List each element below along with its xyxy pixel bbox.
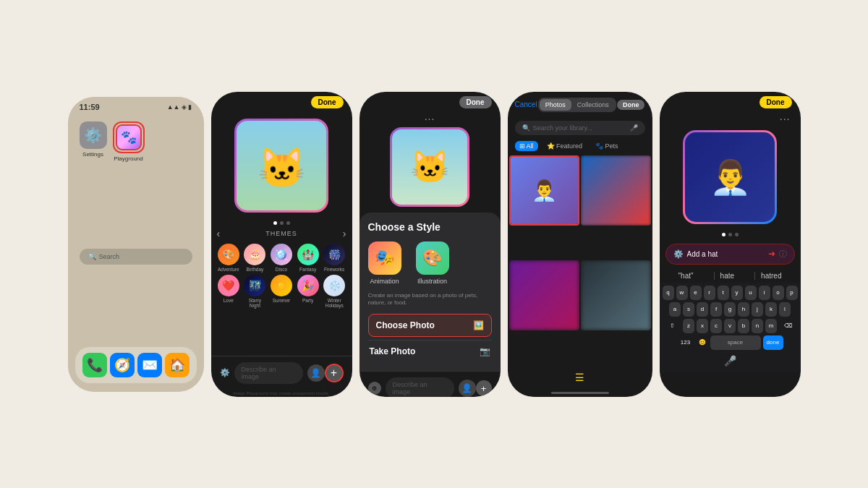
key-d[interactable]: d bbox=[697, 302, 708, 317]
person-icon-btn[interactable]: 👤 bbox=[307, 364, 325, 382]
photo-thumb-2[interactable] bbox=[581, 155, 651, 226]
done-button-3[interactable]: Done bbox=[459, 96, 492, 108]
search-library-placeholder: Search your library... bbox=[533, 124, 592, 132]
photos-tab[interactable]: Photos bbox=[540, 99, 571, 111]
theme-birthday[interactable]: 🎂 Birthday bbox=[243, 244, 267, 272]
key-c[interactable]: c bbox=[710, 319, 722, 333]
screen3-style: Done ··· 🐱 Choose a Style 🎭 Animation 🎨 … bbox=[359, 92, 501, 397]
key-s[interactable]: s bbox=[683, 302, 694, 317]
done-button-4[interactable]: Done bbox=[617, 100, 645, 110]
add-button[interactable]: + bbox=[325, 364, 344, 382]
done-button-2[interactable]: Done bbox=[311, 96, 344, 108]
photo-thumb-3[interactable] bbox=[509, 260, 579, 330]
home-dock-icon[interactable]: 🏠 bbox=[165, 353, 190, 377]
themes-label: THEMES bbox=[220, 230, 343, 237]
key-q[interactable]: q bbox=[663, 286, 674, 300]
filter-tabs: ⊞ All ⭐ Featured 🐾 Pets bbox=[508, 138, 652, 154]
key-x[interactable]: x bbox=[697, 319, 708, 333]
photo-thumb-1[interactable]: 👨‍💼 bbox=[509, 155, 579, 226]
phone-dock-icon[interactable]: 📞 bbox=[82, 353, 107, 377]
autocomplete-3[interactable]: hatred bbox=[754, 272, 787, 280]
cat-image-3: 🐱 bbox=[392, 129, 467, 205]
search-library[interactable]: 🔍 Search your library... 🎤 bbox=[515, 121, 645, 135]
key-r[interactable]: r bbox=[704, 286, 715, 300]
filter-all[interactable]: ⊞ All bbox=[515, 141, 538, 151]
done-button-5[interactable]: Done bbox=[760, 96, 792, 108]
collections-tab[interactable]: Collections bbox=[571, 99, 615, 111]
key-p[interactable]: p bbox=[786, 286, 798, 300]
settings-app-icon[interactable]: ⚙️ Settings bbox=[80, 121, 107, 162]
key-o[interactable]: o bbox=[773, 286, 784, 300]
choose-photo-option[interactable]: Choose Photo 🖼️ bbox=[368, 314, 492, 337]
theme-fantasy[interactable]: 🏰 Fantasy bbox=[296, 244, 320, 272]
key-h[interactable]: h bbox=[738, 302, 749, 317]
dot-5-1 bbox=[722, 233, 726, 236]
key-z[interactable]: z bbox=[683, 319, 694, 333]
key-k[interactable]: k bbox=[765, 302, 777, 317]
theme-winter[interactable]: ❄️ Winter Holidays bbox=[323, 275, 346, 308]
filter-pets[interactable]: 🐾 Pets bbox=[591, 141, 623, 151]
animation-style[interactable]: 🎭 Animation bbox=[368, 241, 401, 285]
key-g[interactable]: g bbox=[724, 302, 736, 317]
key-t[interactable]: t bbox=[718, 286, 729, 300]
screen2-themes: Done 🐱 ‹ THEMES › � bbox=[211, 92, 352, 397]
screen5-header: Done bbox=[660, 92, 801, 113]
filter-icon[interactable]: ☰ bbox=[575, 372, 584, 383]
key-e[interactable]: e bbox=[690, 286, 702, 300]
gear-icon[interactable]: ⚙️ bbox=[220, 368, 230, 377]
keyboard-mic-icon[interactable]: 🎤 bbox=[724, 355, 736, 367]
cancel-button[interactable]: Cancel bbox=[515, 100, 537, 108]
blurred-photo-4 bbox=[581, 260, 651, 330]
key-v[interactable]: v bbox=[724, 319, 736, 333]
key-done[interactable]: done bbox=[763, 335, 783, 350]
filter-featured[interactable]: ⭐ Featured bbox=[542, 141, 587, 151]
illustration-style[interactable]: 🎨 Illustration bbox=[416, 241, 449, 285]
key-j[interactable]: j bbox=[752, 302, 763, 317]
key-y[interactable]: y bbox=[731, 286, 743, 300]
key-i[interactable]: i bbox=[759, 286, 770, 300]
key-f[interactable]: f bbox=[710, 302, 722, 317]
playground-app-icon[interactable]: 🐾 Playground bbox=[113, 121, 145, 162]
theme-summer[interactable]: ☀️ Summer bbox=[270, 275, 294, 308]
themes-next[interactable]: › bbox=[343, 228, 346, 239]
three-dots-5[interactable]: ··· bbox=[660, 113, 801, 124]
search-bar[interactable]: 🔍 Search bbox=[80, 249, 192, 265]
key-n[interactable]: n bbox=[752, 319, 763, 333]
theme-love[interactable]: ❤️ Love bbox=[217, 275, 241, 308]
hat-input-row[interactable]: ⚙️ Add a hat ➜ ⓘ bbox=[665, 244, 795, 265]
theme-party-label: Party bbox=[302, 298, 313, 303]
key-m[interactable]: m bbox=[765, 319, 777, 333]
safari-dock-icon[interactable]: 🧭 bbox=[110, 353, 135, 377]
cat-image: 🐱 bbox=[237, 121, 326, 210]
key-123[interactable]: 123 bbox=[677, 335, 694, 350]
screen2-header: Done bbox=[211, 92, 352, 113]
describe-input-2[interactable]: Describe an image bbox=[234, 362, 303, 384]
theme-party[interactable]: 🎉 Party bbox=[296, 275, 320, 308]
key-l[interactable]: l bbox=[779, 302, 791, 317]
three-dots-3[interactable]: ··· bbox=[425, 113, 435, 124]
key-u[interactable]: u bbox=[745, 286, 757, 300]
theme-fireworks[interactable]: 🎆 Fireworks bbox=[323, 244, 346, 272]
mail-dock-icon[interactable]: ✉️ bbox=[137, 353, 162, 377]
key-emoji[interactable]: 😊 bbox=[697, 335, 708, 350]
dot-5-2 bbox=[728, 233, 732, 236]
keyboard-row-4: 123 😊 space done bbox=[663, 335, 798, 350]
person-icon-3[interactable]: 👤 bbox=[459, 380, 476, 396]
key-space[interactable]: space bbox=[710, 335, 761, 350]
key-shift[interactable]: ⇧ bbox=[663, 319, 681, 333]
key-w[interactable]: w bbox=[676, 286, 688, 300]
autocomplete-1[interactable]: "hat" bbox=[673, 272, 699, 280]
key-delete[interactable]: ⌫ bbox=[779, 319, 796, 333]
theme-disco[interactable]: 🪩 Disco bbox=[270, 244, 294, 272]
describe-input-3[interactable]: Describe an image bbox=[386, 377, 454, 396]
key-b[interactable]: b bbox=[738, 319, 749, 333]
take-photo-option[interactable]: Take Photo 📷 bbox=[368, 340, 492, 362]
add-button-3[interactable]: + bbox=[476, 380, 492, 396]
key-a[interactable]: a bbox=[669, 302, 681, 317]
theme-adventure[interactable]: 🎨 Adventure bbox=[217, 244, 241, 272]
theme-starry[interactable]: 🌃 Starry Night bbox=[243, 275, 267, 308]
autocomplete-2[interactable]: hate bbox=[714, 272, 740, 280]
photo-thumb-4[interactable] bbox=[581, 260, 651, 330]
toggle-btn-3[interactable]: ⚙ bbox=[368, 382, 381, 395]
theme-adventure-label: Adventure bbox=[218, 267, 239, 272]
